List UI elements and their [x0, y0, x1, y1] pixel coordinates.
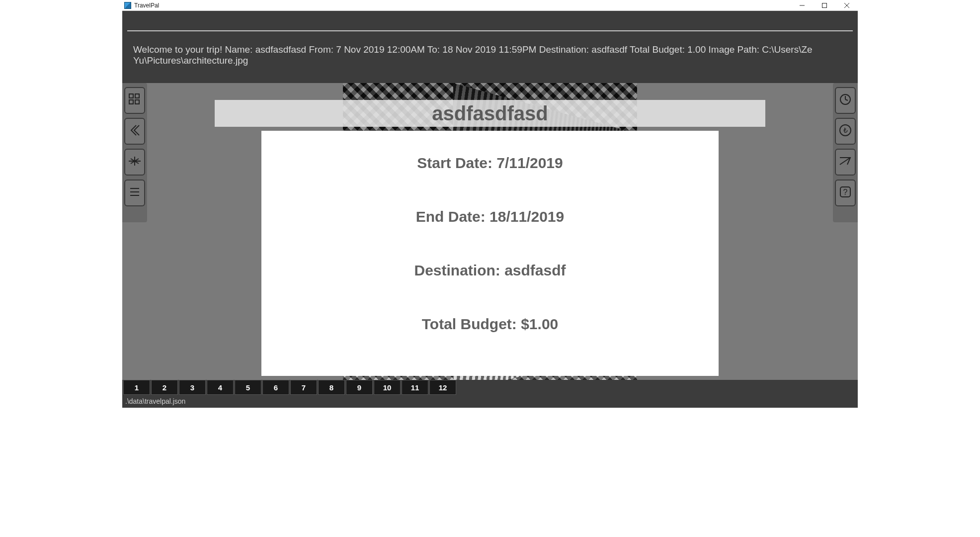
svg-rect-4 [129, 94, 133, 98]
window-title: TravelPal [134, 2, 159, 9]
plane-icon [127, 155, 142, 170]
status-path: .\data\travelpal.json [125, 397, 185, 405]
list-icon [128, 185, 141, 200]
back-icon [128, 124, 141, 139]
budget-value: $1.00 [521, 316, 558, 332]
day-tabs-bar: 123456789101112 [122, 380, 858, 395]
main-content: ₺ ? asdfasdfasd Start Date: [122, 83, 858, 395]
currency-icon: ₺ [839, 124, 852, 139]
day-tab-12[interactable]: 12 [429, 380, 456, 395]
day-tab-9[interactable]: 9 [346, 380, 373, 395]
right-icon-rail: ₺ ? [833, 83, 858, 222]
trip-title: asdfasdfasd [432, 102, 548, 125]
grid-icon [128, 93, 141, 108]
message-bar: Welcome to your trip! Name: asdfasdfasd … [122, 34, 858, 83]
trip-title-banner: asdfasdfasd [215, 100, 765, 127]
help-icon: ? [839, 185, 852, 200]
start-date-label: Start Date: [417, 155, 492, 171]
minimize-button[interactable] [791, 0, 813, 11]
budget-label: Total Budget: [422, 316, 517, 332]
trip-details-card: Start Date: 7/11/2019 End Date: 18/11/20… [261, 131, 719, 376]
svg-text:₺: ₺ [843, 126, 848, 134]
day-tab-11[interactable]: 11 [402, 380, 428, 395]
end-date-value: 18/11/2019 [490, 208, 564, 225]
day-tab-10[interactable]: 10 [374, 380, 401, 395]
end-date-row: End Date: 18/11/2019 [291, 208, 689, 225]
window-titlebar: TravelPal [122, 0, 858, 11]
destination-label: Destination: [414, 262, 500, 278]
start-date-value: 7/11/2019 [496, 155, 563, 171]
svg-line-13 [845, 99, 848, 100]
day-tab-8[interactable]: 8 [318, 380, 345, 395]
day-tab-6[interactable]: 6 [262, 380, 289, 395]
travel-button[interactable] [835, 149, 856, 176]
day-tab-7[interactable]: 7 [290, 380, 317, 395]
day-tab-1[interactable]: 1 [123, 380, 150, 395]
svg-text:?: ? [843, 188, 848, 196]
day-tab-5[interactable]: 5 [235, 380, 261, 395]
budget-row: Total Budget: $1.00 [291, 316, 689, 333]
day-tab-2[interactable]: 2 [151, 380, 178, 395]
message-text: Welcome to your trip! Name: asdfasdfasd … [133, 44, 813, 66]
flights-button[interactable] [124, 149, 145, 176]
svg-rect-5 [135, 94, 139, 98]
end-date-label: End Date: [416, 208, 486, 225]
schedule-button[interactable] [835, 87, 856, 114]
command-input[interactable] [127, 16, 853, 31]
command-bar [122, 11, 858, 34]
maximize-button[interactable] [813, 0, 835, 11]
status-bar: .\data\travelpal.json [122, 395, 858, 408]
destination-value: asdfasdf [504, 262, 566, 278]
start-date-row: Start Date: 7/11/2019 [291, 155, 689, 172]
plane2-icon [838, 155, 852, 170]
clock-icon [839, 93, 852, 108]
list-button[interactable] [124, 179, 145, 206]
svg-rect-6 [129, 100, 133, 104]
grid-button[interactable] [124, 87, 145, 114]
day-tab-4[interactable]: 4 [207, 380, 234, 395]
help-button[interactable]: ? [835, 179, 856, 206]
destination-row: Destination: asdfasdf [291, 262, 689, 279]
left-icon-rail [122, 83, 147, 222]
svg-rect-7 [135, 100, 139, 104]
svg-rect-1 [822, 3, 826, 7]
close-button[interactable] [835, 0, 858, 11]
back-button[interactable] [124, 118, 145, 145]
app-icon [124, 2, 131, 9]
currency-button[interactable]: ₺ [835, 118, 856, 145]
day-tab-3[interactable]: 3 [179, 380, 206, 395]
